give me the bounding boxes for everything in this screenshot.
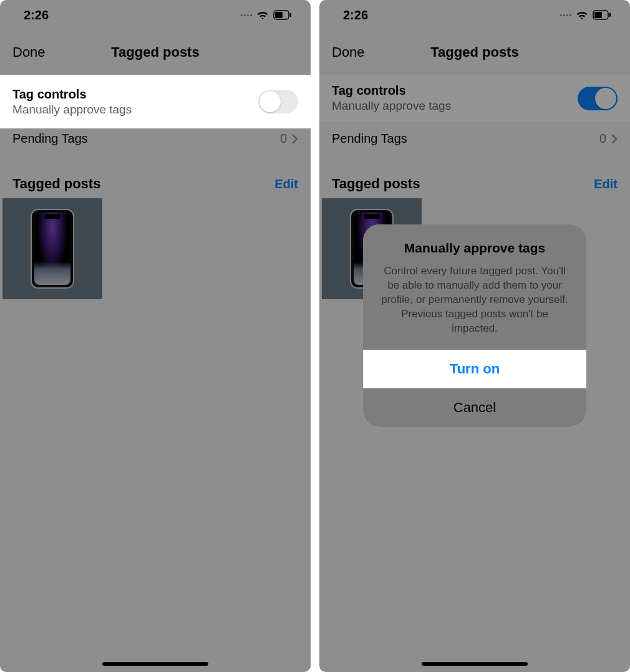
svg-rect-4 <box>594 12 602 18</box>
tagged-posts-title: Tagged posts <box>332 176 420 192</box>
nav-bar: Done Tagged posts <box>319 30 630 75</box>
wifi-icon <box>256 10 269 20</box>
status-time: 2:26 <box>343 8 368 22</box>
wifi-icon <box>575 10 589 20</box>
page-title: Tagged posts <box>111 44 199 60</box>
tagged-posts-grid <box>0 198 311 299</box>
screenshot-right: 2:26 Done Tagged posts Tag controls Manu… <box>319 0 630 672</box>
tag-controls-subtitle-hl: Manually approve tags <box>12 103 132 117</box>
status-bar: 2:26 <box>0 0 311 30</box>
tagged-post-thumbnail[interactable] <box>2 198 102 299</box>
svg-rect-1 <box>275 12 283 18</box>
tag-controls-row: Tag controls Manually approve tags <box>319 75 630 122</box>
tag-controls-toggle-hl[interactable] <box>258 90 298 113</box>
tag-controls-title: Tag controls <box>332 84 451 98</box>
cellular-icon <box>241 14 252 16</box>
confirm-modal: Manually approve tags Control every futu… <box>363 224 586 427</box>
tagged-posts-section-header: Tagged posts Edit <box>319 167 630 198</box>
tagged-posts-title: Tagged posts <box>12 176 100 192</box>
svg-rect-5 <box>609 13 611 17</box>
highlight-tag-controls: Tag controls Manually approve tags <box>0 75 311 128</box>
chevron-right-icon <box>611 134 618 144</box>
modal-title: Manually approve tags <box>377 241 573 256</box>
status-indicators <box>560 10 611 20</box>
screenshot-left: 2:26 Done Tagged posts Tag controls Manu… <box>0 0 311 672</box>
battery-icon <box>273 10 292 20</box>
tag-controls-title-hl: Tag controls <box>12 87 132 102</box>
modal-description: Control every future tagged post. You'll… <box>377 264 573 336</box>
home-indicator[interactable] <box>422 662 528 666</box>
battery-icon <box>593 10 611 20</box>
done-button[interactable]: Done <box>12 44 46 60</box>
home-indicator[interactable] <box>102 662 208 666</box>
chevron-right-icon <box>292 134 298 144</box>
pending-tags-row[interactable]: Pending Tags 0 <box>319 122 630 156</box>
page-title: Tagged posts <box>430 44 518 60</box>
svg-rect-2 <box>290 13 292 17</box>
tagged-posts-section-header: Tagged posts Edit <box>0 167 311 198</box>
pending-tags-label: Pending Tags <box>332 132 407 146</box>
status-indicators <box>241 10 292 20</box>
modal-body: Manually approve tags Control every futu… <box>363 224 586 350</box>
iphone-image <box>31 209 74 289</box>
cancel-button[interactable]: Cancel <box>363 388 586 427</box>
nav-bar: Done Tagged posts <box>0 30 311 75</box>
tag-controls-toggle[interactable] <box>578 87 618 110</box>
status-time: 2:26 <box>24 8 49 22</box>
status-bar: 2:26 <box>319 0 630 30</box>
tag-controls-subtitle: Manually approve tags <box>332 99 451 113</box>
done-button[interactable]: Done <box>332 44 365 60</box>
turn-on-button[interactable]: Turn on <box>363 350 586 388</box>
pending-tags-count: 0 <box>599 132 606 146</box>
cellular-icon <box>560 14 571 16</box>
pending-tags-count: 0 <box>280 132 287 146</box>
pending-tags-label: Pending Tags <box>12 132 88 146</box>
edit-button[interactable]: Edit <box>594 177 618 191</box>
edit-button[interactable]: Edit <box>274 177 298 191</box>
